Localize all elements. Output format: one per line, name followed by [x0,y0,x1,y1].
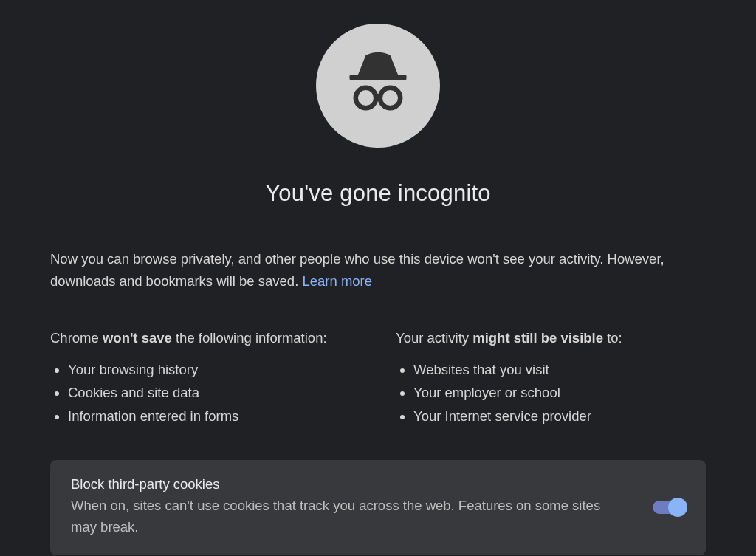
cookie-description: When on, sites can't use cookies that tr… [71,495,629,538]
cookie-text: Block third-party cookies When on, sites… [71,476,629,538]
list-item: Websites that you visit [413,358,706,381]
content-area: Now you can browse privately, and other … [50,248,706,555]
cookie-settings-box: Block third-party cookies When on, sites… [50,460,706,555]
incognito-svg [337,45,419,126]
intro-text: Now you can browse privately, and other … [50,248,706,292]
visible-to-list: Websites that you visit Your employer or… [396,358,706,428]
page-title: You've gone incognito [265,180,490,207]
list-item: Your employer or school [413,381,706,404]
list-item: Cookies and site data [68,381,360,404]
svg-point-1 [356,88,377,109]
incognito-page: You've gone incognito Now you can browse… [0,0,756,555]
block-cookies-toggle[interactable] [653,501,685,514]
list-item: Your Internet service provider [413,405,706,428]
incognito-icon [316,24,440,148]
list-item: Your browsing history [68,358,360,381]
info-columns: Chrome won't save the following informat… [50,327,706,428]
svg-point-2 [380,88,401,109]
list-item: Information entered in forms [68,405,360,428]
toggle-knob [668,498,687,517]
wont-save-list: Your browsing history Cookies and site d… [50,358,360,428]
wont-save-heading: Chrome won't save the following informat… [50,327,360,349]
visible-to-column: Your activity might still be visible to:… [396,327,706,428]
learn-more-link[interactable]: Learn more [302,273,372,289]
cookie-title: Block third-party cookies [71,476,629,492]
wont-save-column: Chrome won't save the following informat… [50,327,360,428]
svg-rect-0 [350,75,407,80]
visible-to-heading: Your activity might still be visible to: [396,327,706,349]
